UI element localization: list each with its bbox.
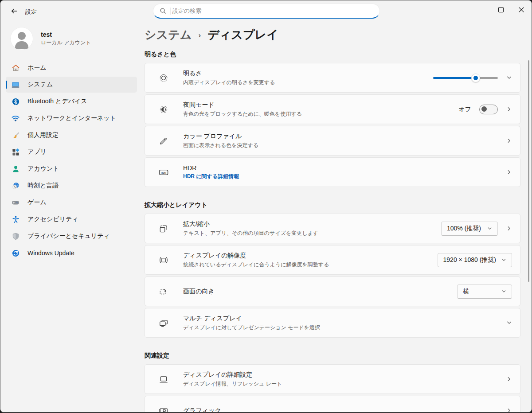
sidebar-item-label: ネットワークとインターネット bbox=[27, 114, 116, 122]
scale-chevron[interactable] bbox=[506, 226, 512, 232]
monitor-icon bbox=[158, 374, 169, 384]
graphics-row[interactable]: グラフィック bbox=[145, 396, 520, 413]
windows-update-icon bbox=[11, 249, 20, 257]
sidebar-item-label: Windows Update bbox=[27, 249, 74, 257]
resolution-dropdown[interactable]: 1920 × 1080 (推奨) bbox=[438, 253, 512, 267]
gaming-icon bbox=[11, 198, 20, 207]
brightness-subtitle: 内蔵ディスプレイの明るさを変更する bbox=[183, 79, 275, 86]
hdr-title: HDR bbox=[183, 164, 239, 171]
advanced-display-title: ディスプレイの詳細設定 bbox=[183, 371, 282, 379]
resolution-icon bbox=[158, 255, 169, 265]
sidebar-item-accessibility[interactable]: アクセシビリティ bbox=[6, 211, 137, 227]
slider-thumb[interactable] bbox=[471, 74, 480, 82]
multi-display-title: マルチ ディスプレイ bbox=[183, 315, 320, 323]
chevron-down-icon bbox=[501, 257, 506, 262]
sidebar-item-label: プライバシーとセキュリティ bbox=[27, 232, 110, 240]
sidebar-item-network-internet[interactable]: ネットワークとインターネット bbox=[6, 110, 137, 126]
multi-display-expand-button[interactable] bbox=[506, 320, 512, 326]
night-mode-link-button[interactable] bbox=[506, 106, 512, 113]
sidebar-item-privacy-security[interactable]: プライバシーとセキュリティ bbox=[6, 228, 137, 244]
orientation-title: 画面の向き bbox=[183, 288, 215, 296]
close-icon bbox=[519, 7, 524, 12]
accounts-icon bbox=[11, 164, 20, 173]
orientation-dropdown[interactable]: 横 bbox=[457, 284, 512, 299]
scale-dropdown[interactable]: 100% (推奨) bbox=[441, 222, 498, 236]
scale-title: 拡大/縮小 bbox=[183, 220, 318, 228]
multi-display-icon bbox=[158, 318, 169, 328]
maximize-button[interactable] bbox=[491, 0, 511, 19]
search-placeholder: 設定の検索 bbox=[172, 7, 201, 15]
night-mode-state-label: オフ bbox=[458, 105, 471, 113]
night-mode-toggle[interactable] bbox=[479, 105, 498, 114]
sidebar-item-system[interactable]: システム bbox=[6, 77, 137, 93]
color-profile-chevron[interactable] bbox=[506, 138, 512, 144]
minimize-button[interactable] bbox=[470, 0, 491, 19]
sidebar-nav: ホーム システム bbox=[0, 60, 142, 261]
chevron-right-icon bbox=[506, 169, 512, 175]
night-mode-row[interactable]: 夜間モード 青色の光をブロックするために、暖色を使用する オフ bbox=[145, 94, 520, 124]
sidebar-item-label: 時刻と言語 bbox=[27, 182, 59, 190]
brightness-slider[interactable] bbox=[433, 74, 498, 82]
breadcrumb-system[interactable]: システム bbox=[145, 27, 192, 43]
color-profile-subtitle: 画面に表示される色を決定する bbox=[183, 142, 258, 149]
graphics-chevron[interactable] bbox=[506, 408, 512, 413]
multi-display-subtitle: ディスプレイに対してプレゼンテーション モードを選択 bbox=[183, 324, 320, 331]
sidebar-item-apps[interactable]: アプリ bbox=[6, 144, 137, 160]
time-language-icon bbox=[11, 181, 20, 190]
chevron-right-icon bbox=[506, 138, 512, 144]
close-button[interactable] bbox=[511, 0, 532, 19]
text-cursor bbox=[171, 8, 171, 15]
brightness-title: 明るさ bbox=[183, 70, 275, 78]
hdr-icon: HDR bbox=[158, 167, 169, 178]
sidebar-item-personalization[interactable]: 個人用設定 bbox=[6, 127, 137, 143]
section-related: 関連設定 bbox=[145, 352, 520, 360]
personalization-icon bbox=[11, 131, 20, 140]
orientation-row: 画面の向き 横 bbox=[145, 277, 520, 306]
sidebar-item-bluetooth-devices[interactable]: Bluetooth とデバイス bbox=[6, 94, 137, 109]
color-profile-title: カラー プロファイル bbox=[183, 132, 258, 140]
sidebar-item-home[interactable]: ホーム bbox=[6, 60, 137, 76]
multi-display-row[interactable]: マルチ ディスプレイ ディスプレイに対してプレゼンテーション モードを選択 bbox=[145, 308, 520, 338]
sidebar-item-accounts[interactable]: アカウント bbox=[6, 161, 137, 177]
user-profile[interactable]: test ローカル アカウント bbox=[0, 22, 142, 55]
orientation-icon bbox=[158, 287, 169, 296]
chevron-right-icon bbox=[506, 226, 512, 231]
scale-subtitle: テキスト、アプリ、その他の項目のサイズを変更します bbox=[183, 230, 318, 237]
sidebar-item-time-language[interactable]: 時刻と言語 bbox=[6, 178, 137, 194]
advanced-display-chevron[interactable] bbox=[506, 376, 512, 382]
sidebar-item-gaming[interactable]: ゲーム bbox=[6, 195, 137, 210]
sidebar-item-windows-update[interactable]: Windows Update bbox=[6, 245, 137, 261]
resolution-value: 1920 × 1080 (推奨) bbox=[443, 256, 496, 264]
search-input[interactable]: 設定の検索 bbox=[153, 4, 380, 19]
night-light-icon bbox=[158, 105, 169, 114]
orientation-value: 横 bbox=[463, 288, 469, 296]
graphics-title: グラフィック bbox=[183, 407, 221, 413]
apps-icon bbox=[11, 148, 20, 156]
resolution-subtitle: 接続されているディスプレイに合うように解像度を調整する bbox=[183, 261, 329, 269]
resolution-title: ディスプレイの解像度 bbox=[183, 252, 329, 260]
gpu-icon bbox=[158, 406, 169, 413]
privacy-icon bbox=[11, 232, 20, 241]
scrollbar[interactable] bbox=[528, 60, 529, 282]
brightness-sun-icon bbox=[158, 73, 169, 83]
section-scale-layout: 拡大縮小とレイアウト bbox=[145, 201, 520, 209]
breadcrumb-separator-icon: › bbox=[198, 30, 201, 40]
chevron-right-icon bbox=[506, 408, 512, 413]
color-profile-row[interactable]: カラー プロファイル 画面に表示される色を決定する bbox=[145, 126, 520, 156]
scale-icon bbox=[158, 224, 169, 234]
sidebar-item-label: システム bbox=[27, 81, 53, 89]
chevron-down-icon bbox=[506, 320, 512, 326]
user-account-type: ローカル アカウント bbox=[41, 39, 91, 47]
bluetooth-icon bbox=[11, 97, 20, 106]
scale-value: 100% (推奨) bbox=[447, 225, 481, 233]
advanced-display-row[interactable]: ディスプレイの詳細設定 ディスプレイ情報、リフレッシュ レート bbox=[145, 364, 520, 394]
brightness-expand-button[interactable] bbox=[506, 75, 512, 81]
chevron-right-icon bbox=[506, 106, 512, 112]
settings-window: 設定 設定の検索 test ローカル アカウント bbox=[0, 0, 532, 413]
hdr-info-link[interactable]: HDR に関する詳細情報 bbox=[183, 173, 239, 180]
sidebar-item-label: ホーム bbox=[27, 64, 47, 72]
hdr-row[interactable]: HDR HDR HDR に関する詳細情報 bbox=[145, 157, 520, 187]
back-button[interactable] bbox=[6, 4, 23, 18]
hdr-chevron[interactable] bbox=[506, 169, 512, 175]
eyedropper-icon bbox=[158, 136, 169, 146]
